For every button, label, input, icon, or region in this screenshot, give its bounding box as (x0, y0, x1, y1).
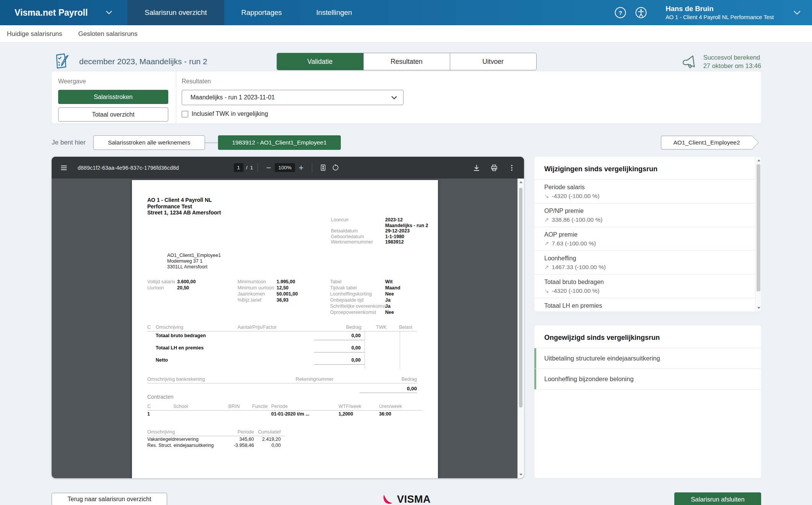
scroll-up-icon[interactable] (519, 181, 522, 183)
reserve-row: Res. Struct. eindejaarsuitkering -3.958,… (147, 443, 285, 448)
unchanged-panel-title: Ongewijzigd sinds vergelijkingsrun (534, 325, 761, 348)
meta-label: Geboortedatum (331, 234, 364, 239)
meta-value: 1-1-1980 (385, 234, 404, 240)
payslip-meta: Loonrun2023-12 Maandelijks - run 2 Betaa… (331, 217, 373, 245)
change-name: Periode salaris (544, 183, 751, 191)
nav-tab-salarisrun-overzicht[interactable]: Salarisrun overzicht (127, 0, 224, 25)
nav-tab-rapportages[interactable]: Rapportages (224, 0, 299, 25)
nav-tab-label: Rapportages (241, 8, 282, 17)
address-line: Modemweg 37 1 (167, 258, 221, 264)
tab-label: Validatie (308, 58, 333, 66)
page-total: 1 (250, 165, 253, 170)
payslip-page: AO 1 - Client 4 Payroll NL Performance T… (132, 180, 438, 478)
button-label: Terug naar salarisrun overzicht (68, 496, 151, 503)
print-icon[interactable] (490, 164, 498, 172)
filter-card: Weergave Salarisstroken Totaal overzicht… (52, 71, 761, 123)
back-to-overview-button[interactable]: Terug naar salarisrun overzicht (52, 493, 167, 505)
contracts-header: C School BRIN Functie Periode WTF/week U… (147, 404, 423, 409)
tab-label: Resultaten (391, 58, 423, 66)
company-line: Performance Test (147, 203, 221, 210)
rotate-icon[interactable] (332, 164, 339, 171)
breadcrumb-step-all-employees[interactable]: Salarisstroken alle werknemers (93, 135, 205, 150)
view-totaal-overzicht-button[interactable]: Totaal overzicht (58, 107, 168, 122)
zoom-level[interactable]: 100% (275, 163, 295, 172)
breadcrumb-step-current-employee[interactable]: 1983912 - AO1_Client1_Employee1 (218, 135, 341, 150)
resultaten-section: Resultaten Maandelijks - run 1 2023-11-0… (176, 71, 404, 123)
navbar-right: ? Hans de Bruin AO 1 - Client 4 Payroll … (606, 0, 812, 25)
scroll-down-icon[interactable] (757, 307, 760, 309)
scroll-up-icon[interactable] (757, 159, 760, 161)
change-value: -4320 (-100.00 %) (552, 287, 600, 294)
user-menu[interactable]: Hans de Bruin AO 1 - Client 4 Payroll NL… (666, 5, 774, 21)
change-value: 1467.33 (-100.00 %) (552, 263, 606, 271)
tab-uitvoer[interactable]: Uitvoer (450, 53, 536, 70)
pdf-scrollbar[interactable] (517, 179, 524, 478)
payslip-document-icon (52, 52, 70, 71)
change-item: Totaal bruto bedragen ↘-4320 (-100.00 %) (534, 274, 761, 298)
twk-checkbox[interactable] (182, 111, 188, 117)
contracts-title: Contracten (147, 394, 423, 400)
company-line: Street 1, 1234 AB Amersfoort (147, 209, 221, 216)
zoom-in-icon[interactable] (298, 164, 304, 171)
comparison-run-dropdown[interactable]: Maandelijks - run 1 2023-11-01 (182, 90, 404, 105)
app-brand-menu[interactable]: Visma.net Payroll (0, 0, 127, 25)
nav-tab-instellingen[interactable]: Instellingen (299, 0, 369, 25)
company-line: AO 1 - Client 4 Payroll NL (147, 197, 221, 203)
svg-text:?: ? (619, 10, 622, 16)
salary-lines-table: C Omschrijving Aantal/Prijs/Factor Bedra… (147, 325, 417, 368)
tab-validatie[interactable]: Validatie (277, 53, 363, 70)
top-navbar: Visma.net Payroll Salarisrun overzicht R… (0, 0, 812, 25)
meta-value: 1983912 (385, 239, 404, 245)
change-item: Periode salaris ↘-4320 (-100.00 %) (534, 179, 761, 203)
zoom-out-icon[interactable] (265, 164, 272, 171)
step-label: 1983912 - AO1_Client1_Employee1 (232, 139, 327, 146)
button-label: Totaal overzicht (92, 111, 134, 118)
help-icon[interactable]: ? (614, 6, 626, 19)
page-title: december 2023, Maandelijks - run 2 (79, 57, 207, 66)
fit-page-icon[interactable] (319, 164, 327, 171)
tab-resultaten[interactable]: Resultaten (363, 53, 450, 70)
more-options-icon[interactable] (508, 164, 516, 172)
page-separator: / (246, 165, 247, 170)
pdf-scrollbar-thumb[interactable] (519, 188, 522, 408)
user-chevron-down-icon[interactable] (794, 11, 801, 15)
meta-value: Maandelijks - run 2 (385, 223, 428, 229)
salary-line-row: Totaal bruto bedragen0,00 (147, 331, 417, 344)
subnav-huidige-salarisruns[interactable]: Huidige salarisruns (7, 30, 62, 38)
reserves-table: Omschrijving Periode Cumulatief Vakantie… (147, 429, 285, 448)
nav-tab-label: Salarisrun overzicht (145, 8, 207, 17)
trend-down-icon: ↘ (544, 192, 549, 200)
contract-row: 1 01-01-2020 t/m ... 1,2000 36:00 (147, 411, 423, 417)
subnav-gesloten-salarisruns[interactable]: Gesloten salarisruns (78, 30, 138, 38)
main-row: d889c1f2-63aa-4e96-837c-1796fd36cd8d 1 /… (52, 157, 761, 478)
footer-bar: Terug naar salarisrun overzicht VISMA Sa… (52, 492, 761, 505)
brand-chevron-down-icon[interactable] (106, 11, 112, 15)
toolbar-divider (258, 163, 258, 172)
user-organization: AO 1 - Client 4 Payroll NL Performance T… (666, 14, 774, 21)
pdf-document-title: d889c1f2-63aa-4e96-837c-1796fd36cd8d (78, 165, 179, 171)
page-number-input[interactable]: 1 (234, 163, 244, 172)
changes-scrollbar[interactable] (755, 157, 761, 312)
pdf-page-zoom-controls: 1 / 1 100% (234, 163, 342, 172)
meta-label: Betaaldatum (331, 228, 358, 234)
bank-header: Omschrijving bankrekening Rekeningnummer… (147, 377, 417, 382)
download-icon[interactable] (473, 164, 480, 172)
address-line: 3301LL Amersfoort (167, 264, 221, 270)
change-name: Totaal LH en premies (544, 302, 751, 310)
salary-lines-header: C Omschrijving Aantal/Prijs/Factor Bedra… (147, 325, 417, 330)
next-employee-button[interactable]: AO1_Client1_Employee2 (661, 136, 752, 149)
meta-label: Loonrun (331, 217, 348, 222)
change-value: 338.86 (-100.00 %) (552, 216, 603, 223)
pdf-menu-icon[interactable] (60, 164, 68, 172)
app-brand-title: Visma.net Payroll (15, 8, 88, 18)
view-salarisstroken-button[interactable]: Salarisstroken (58, 90, 168, 104)
close-salary-run-button[interactable]: Salarisrun afsluiten (674, 492, 761, 505)
bank-table: Omschrijving bankrekening Rekeningnummer… (147, 377, 417, 396)
scroll-down-icon[interactable] (519, 474, 522, 476)
change-name: Loonheffing (544, 255, 751, 262)
changes-scrollbar-thumb[interactable] (757, 164, 760, 291)
change-item: OP/NP premie ↗338.86 (-100.00 %) (534, 203, 761, 227)
unchanged-item: Uitbetaling structurele eindejaarsuitker… (534, 348, 761, 369)
accessibility-icon[interactable] (635, 6, 647, 19)
meta-value: 2023-12 (385, 217, 403, 223)
